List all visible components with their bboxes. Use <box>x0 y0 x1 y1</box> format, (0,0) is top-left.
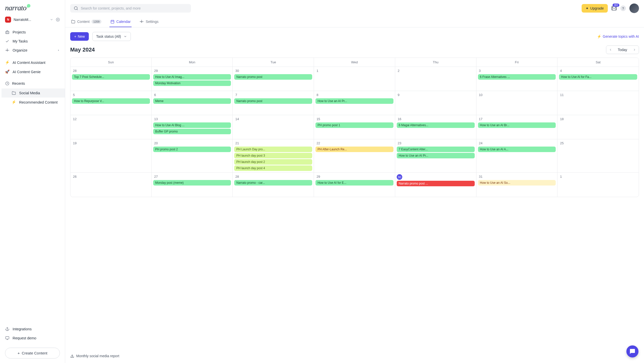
calendar-event[interactable]: Narrato promo - car... <box>234 180 312 186</box>
chat-fab[interactable] <box>626 345 638 357</box>
emoji-icon: 🚀 <box>5 70 10 74</box>
chevron-down-icon[interactable] <box>50 18 53 21</box>
calendar-event[interactable]: How to Repurpose V... <box>72 98 150 104</box>
nav-item-ai-content-assistant[interactable]: ⚡AI Content Assistant <box>0 58 65 67</box>
gear-icon[interactable] <box>56 18 60 22</box>
calendar-cell[interactable]: 25 <box>557 139 639 173</box>
nav-item-integrations[interactable]: Integrations <box>0 325 65 334</box>
new-button[interactable]: + New <box>70 32 89 41</box>
calendar-cell[interactable]: 1 <box>314 67 395 91</box>
calendar-cell[interactable]: 11 <box>557 91 639 115</box>
calendar-cell[interactable]: 31How to Use an AI So... <box>476 173 558 197</box>
calendar-event[interactable]: 7 EasyContent Alter... <box>397 147 475 152</box>
calendar-event[interactable]: PH launch day post 3 <box>234 153 312 158</box>
calendar-event[interactable]: Narrato promo post ... <box>397 181 475 186</box>
calendar-event[interactable]: How to Use an AI Pr... <box>397 153 475 158</box>
calendar-event[interactable]: How to Use an AI A... <box>478 147 556 152</box>
calendar-cell[interactable]: 28Top 7 Post Schedule... <box>70 67 152 91</box>
calendar-event[interactable]: How to Use AI for E... <box>315 180 393 186</box>
generate-topics-link[interactable]: ⚡ Generate topics with AI <box>597 34 639 38</box>
calendar-cell[interactable]: 20PH promo post 2 <box>152 139 233 173</box>
calendar-cell[interactable]: 7Narrato promo post <box>233 91 314 115</box>
nav-item-recommended-content[interactable]: ⚡Recommended Content <box>2 98 65 107</box>
upgrade-button[interactable]: ✦ Upgrade <box>582 4 608 13</box>
calendar-cell[interactable]: 13How to Use AI Blog ...Buffer GP promo <box>152 115 233 139</box>
calendar-event[interactable]: 6 Magai Alternatives... <box>397 122 475 128</box>
calendar-event[interactable]: PH launch day post 4 <box>234 165 312 171</box>
calendar-cell[interactable]: 30Narrato promo post ... <box>395 173 476 197</box>
day-header: Tue <box>233 58 314 67</box>
nav-item-social-media[interactable]: Social Media <box>2 88 65 98</box>
avatar[interactable] <box>629 4 639 13</box>
calendar-cell[interactable]: 36 Frase Alternatives ... <box>476 67 558 91</box>
calendar-event[interactable]: Narrato promo post <box>234 98 312 104</box>
calendar-cell[interactable]: 15PH promo post 1 <box>314 115 395 139</box>
calendar-event[interactable]: How to Use an AI Pr... <box>315 98 393 104</box>
calendar-cell[interactable]: 166 Magai Alternatives... <box>395 115 476 139</box>
nav-item-ai-content-genie[interactable]: 🚀AI Content Genie <box>0 67 65 76</box>
calendar-cell[interactable]: 4How to Use AI for Fa... <box>557 67 639 91</box>
calendar-cell[interactable]: 21PH Launch Day pro...PH launch day post… <box>233 139 314 173</box>
calendar-event[interactable]: How to Use AI for Fa... <box>559 74 637 80</box>
nav-item-projects[interactable]: Projects <box>0 28 65 37</box>
tab-content[interactable]: Content1209 <box>70 17 102 27</box>
calendar-cell[interactable]: 237 EasyContent Alter...How to Use an AI… <box>395 139 476 173</box>
calendar-cell[interactable]: 8How to Use an AI Pr... <box>314 91 395 115</box>
calendar-event[interactable]: How to Use an AI Br... <box>478 122 556 128</box>
calendar-cell[interactable]: 30Narrato promo post <box>233 67 314 91</box>
calendar-cell[interactable]: 17How to Use an AI Br... <box>476 115 558 139</box>
next-month-button[interactable] <box>630 46 639 54</box>
search-input[interactable] <box>81 6 187 10</box>
calendar-cell[interactable]: 29How to Use AI Imag...Monday Motivation <box>152 67 233 91</box>
calendar-cell[interactable]: 28Narrato promo - car... <box>233 173 314 197</box>
day-number: 14 <box>234 117 240 121</box>
calendar-event[interactable]: PH Launch Day pro... <box>234 147 312 152</box>
nav-item-organize[interactable]: Organize <box>0 46 65 55</box>
calendar-cell[interactable]: 12 <box>70 115 152 139</box>
today-button[interactable]: Today <box>615 46 630 54</box>
day-number: 27 <box>153 174 159 179</box>
tab-settings[interactable]: Settings <box>139 17 159 27</box>
calendar-event[interactable]: PH After-Launch Re... <box>315 147 393 152</box>
calendar-cell[interactable]: 26 <box>70 173 152 197</box>
calendar-event[interactable]: Monday Motivation <box>153 80 231 86</box>
nav-item-request-demo[interactable]: Request demo <box>0 334 65 343</box>
search-box[interactable] <box>70 4 191 13</box>
calendar-event[interactable]: PH launch day post 2 <box>234 159 312 165</box>
calendar-icon <box>110 20 114 24</box>
calendar-cell[interactable]: 22PH After-Launch Re... <box>314 139 395 173</box>
calendar-event[interactable]: How to Use an AI So... <box>478 180 556 186</box>
create-content-button[interactable]: + Create Content <box>5 348 60 358</box>
calendar-cell[interactable]: 1 <box>557 173 639 197</box>
calendar-event[interactable]: Buffer GP promo <box>153 129 231 134</box>
calendar-event[interactable]: Narrato promo post <box>234 74 312 80</box>
calendar-event[interactable]: How to Use AI Imag... <box>153 74 231 80</box>
calendar-event[interactable]: How to Use AI Blog ... <box>153 122 231 128</box>
calendar-cell[interactable]: 14 <box>233 115 314 139</box>
calendar-event[interactable]: 6 Frase Alternatives ... <box>478 74 556 80</box>
calendar-cell[interactable]: 18 <box>557 115 639 139</box>
calendar-event[interactable]: Monday post (meme) <box>153 180 231 186</box>
calendar-cell[interactable]: 10 <box>476 91 558 115</box>
help-button[interactable]: ? <box>620 6 626 11</box>
prev-month-button[interactable] <box>606 46 615 54</box>
calendar-cell[interactable]: 29How to Use AI for E... <box>314 173 395 197</box>
tab-calendar[interactable]: Calendar <box>109 17 132 27</box>
calendar-cell[interactable]: 5How to Repurpose V... <box>70 91 152 115</box>
calendar-event[interactable]: Meme <box>153 98 231 104</box>
calendar-cell[interactable]: 9 <box>395 91 476 115</box>
calendar-cell[interactable]: 24How to Use an AI A... <box>476 139 558 173</box>
monthly-report-link[interactable]: Monthly social media report <box>65 351 644 363</box>
calendar-cell[interactable]: 19 <box>70 139 152 173</box>
day-number: 1 <box>559 174 563 179</box>
nav-item-my-tasks[interactable]: My Tasks <box>0 37 65 46</box>
calendar-event[interactable]: PH promo post 2 <box>153 147 231 152</box>
calendar-cell[interactable]: 6Meme <box>152 91 233 115</box>
calendar-cell[interactable]: 2 <box>395 67 476 91</box>
calendar-cell[interactable]: 27Monday post (meme) <box>152 173 233 197</box>
messages-button[interactable]: 382 <box>611 6 617 11</box>
calendar-event[interactable]: Top 7 Post Schedule... <box>72 74 150 80</box>
workspace-switcher[interactable]: N NarratoM... <box>0 15 65 26</box>
status-filter[interactable]: Task status (All) <box>92 32 131 41</box>
calendar-event[interactable]: PH promo post 1 <box>315 122 393 128</box>
